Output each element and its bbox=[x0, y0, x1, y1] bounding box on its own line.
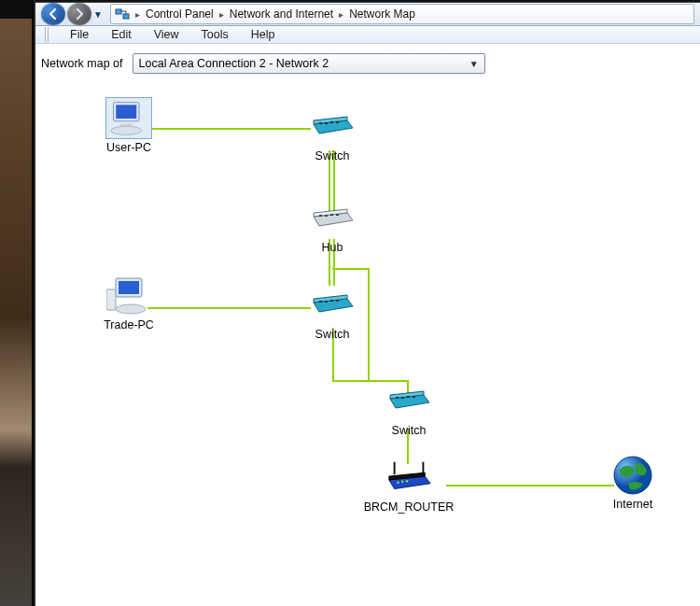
svg-rect-7 bbox=[325, 122, 328, 124]
back-button[interactable] bbox=[41, 3, 65, 25]
svg-rect-16 bbox=[106, 289, 116, 310]
desktop-background-strip bbox=[0, 0, 34, 606]
node-router[interactable]: BRCM_ROUTER bbox=[362, 457, 455, 514]
svg-rect-8 bbox=[330, 121, 333, 123]
svg-rect-1 bbox=[123, 14, 129, 19]
node-label: Switch bbox=[286, 328, 379, 341]
svg-rect-15 bbox=[119, 281, 139, 294]
svg-rect-18 bbox=[319, 301, 322, 303]
svg-rect-24 bbox=[407, 396, 410, 398]
router-icon bbox=[385, 457, 432, 499]
menu-file[interactable]: File bbox=[64, 26, 94, 43]
computer-icon bbox=[105, 275, 152, 317]
node-label: Switch bbox=[286, 149, 379, 162]
svg-point-30 bbox=[406, 480, 409, 483]
computer-icon bbox=[105, 97, 152, 139]
svg-point-29 bbox=[401, 480, 404, 483]
connection-line bbox=[332, 268, 370, 270]
svg-point-28 bbox=[397, 481, 399, 484]
node-label: Switch bbox=[362, 424, 455, 437]
menu-bar: File Edit View Tools Help bbox=[35, 26, 700, 44]
chevron-right-icon: ▸ bbox=[133, 9, 142, 20]
menu-edit[interactable]: Edit bbox=[105, 26, 137, 43]
chevron-right-icon: ▸ bbox=[217, 9, 226, 20]
node-switch-3[interactable]: Switch bbox=[362, 380, 455, 437]
svg-point-17 bbox=[116, 304, 146, 314]
forward-button[interactable] bbox=[67, 3, 91, 25]
svg-rect-3 bbox=[116, 105, 136, 119]
hub-icon bbox=[309, 197, 356, 239]
svg-rect-20 bbox=[330, 300, 333, 302]
network-map-of-row: Network map of Local Area Connection 2 -… bbox=[35, 53, 700, 83]
switch-icon bbox=[385, 380, 432, 422]
svg-rect-19 bbox=[325, 301, 328, 303]
node-switch-2[interactable]: Switch bbox=[286, 284, 379, 341]
connection-selected: Local Area Connection 2 - Network 2 bbox=[139, 57, 329, 70]
svg-rect-0 bbox=[116, 9, 121, 14]
content-area: Network map of Local Area Connection 2 -… bbox=[35, 44, 700, 606]
connection-dropdown[interactable]: Local Area Connection 2 - Network 2 ▼ bbox=[133, 53, 485, 74]
network-icon bbox=[115, 7, 130, 21]
node-switch-1[interactable]: Switch bbox=[286, 106, 379, 162]
breadcrumb-network-map[interactable]: Network Map bbox=[349, 7, 415, 21]
svg-rect-10 bbox=[319, 215, 322, 217]
svg-rect-21 bbox=[336, 300, 339, 302]
node-trade-pc[interactable]: Trade-PC bbox=[82, 275, 175, 331]
svg-point-5 bbox=[111, 126, 142, 134]
menu-tools[interactable]: Tools bbox=[196, 26, 234, 43]
network-map-canvas: User-PC Switch bbox=[35, 83, 700, 606]
node-label: Internet bbox=[586, 498, 679, 511]
svg-rect-13 bbox=[336, 214, 339, 216]
node-hub[interactable]: Hub bbox=[286, 197, 379, 254]
node-label: BRCM_ROUTER bbox=[362, 500, 455, 514]
switch-icon bbox=[309, 284, 356, 326]
node-label: Trade-PC bbox=[82, 318, 175, 331]
switch-icon bbox=[309, 106, 356, 148]
address-bar: ▼ ▸ Control Panel ▸ Network and Internet… bbox=[35, 3, 700, 26]
network-map-of-label: Network map of bbox=[41, 57, 123, 70]
svg-rect-23 bbox=[401, 397, 404, 399]
menu-grip bbox=[45, 27, 49, 42]
menu-help[interactable]: Help bbox=[245, 26, 281, 43]
node-label: Hub bbox=[286, 241, 379, 254]
network-map-window: ▼ ▸ Control Panel ▸ Network and Internet… bbox=[35, 0, 700, 606]
svg-rect-11 bbox=[325, 215, 328, 217]
breadcrumb-control-panel[interactable]: Control Panel bbox=[146, 7, 214, 21]
breadcrumb-network-internet[interactable]: Network and Internet bbox=[230, 7, 333, 21]
chevron-down-icon: ▼ bbox=[469, 59, 479, 69]
nav-history-dropdown[interactable]: ▼ bbox=[93, 9, 105, 20]
svg-rect-12 bbox=[330, 214, 333, 216]
node-internet[interactable]: Internet bbox=[586, 454, 679, 511]
svg-rect-6 bbox=[319, 122, 322, 124]
svg-rect-22 bbox=[396, 397, 399, 399]
chevron-right-icon: ▸ bbox=[337, 9, 345, 20]
node-user-pc[interactable]: User-PC bbox=[82, 97, 175, 154]
node-label: User-PC bbox=[82, 141, 175, 154]
svg-rect-9 bbox=[336, 121, 339, 123]
breadcrumb-bar[interactable]: ▸ Control Panel ▸ Network and Internet ▸… bbox=[110, 4, 694, 24]
svg-rect-25 bbox=[413, 396, 415, 398]
globe-icon bbox=[609, 454, 656, 496]
menu-view[interactable]: View bbox=[148, 26, 185, 43]
